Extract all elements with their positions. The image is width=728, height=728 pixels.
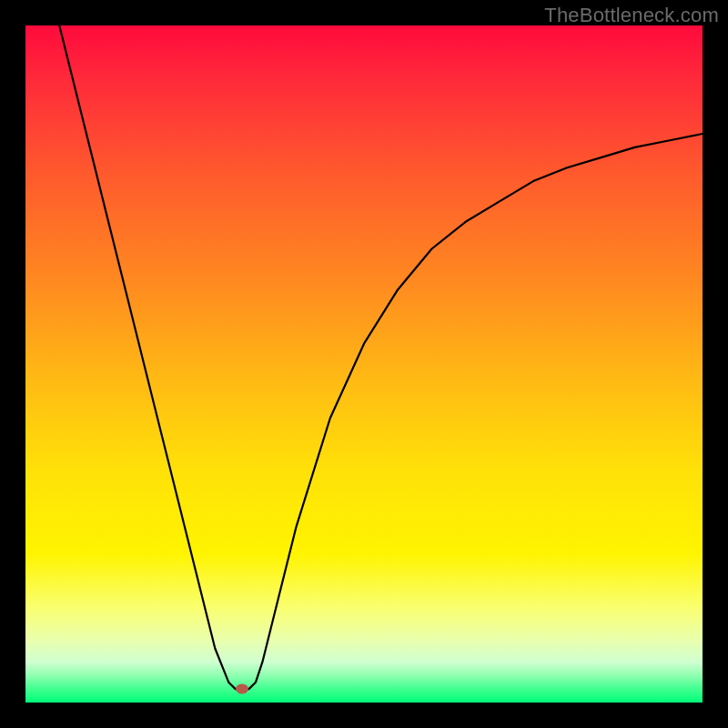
- plot-area: [25, 25, 703, 703]
- watermark-text: TheBottleneck.com: [544, 4, 719, 27]
- optimal-point-marker: [236, 684, 248, 694]
- chart-frame: TheBottleneck.com: [0, 0, 728, 728]
- bottleneck-curve: [25, 25, 703, 703]
